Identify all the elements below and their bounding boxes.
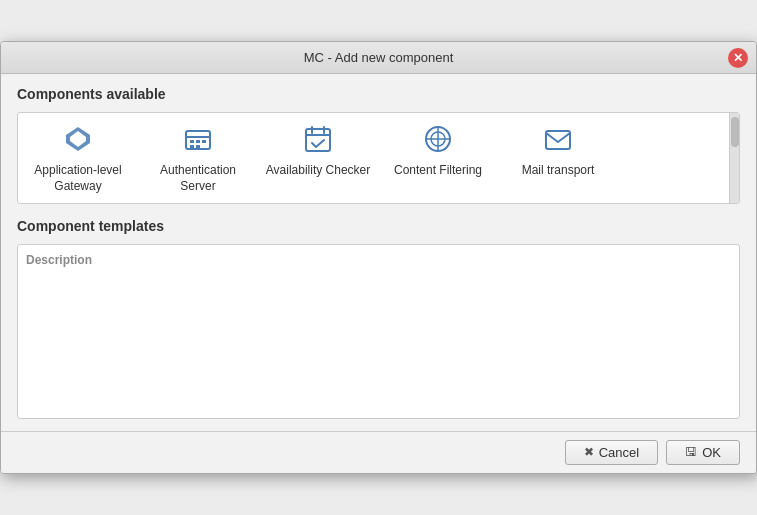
templates-section-title: Component templates — [17, 218, 740, 234]
cancel-label: Cancel — [599, 445, 639, 460]
gateway-label: Application-level Gateway — [24, 163, 132, 194]
components-scrollbar[interactable] — [729, 113, 739, 202]
footer: ✖ Cancel 🖫 OK — [1, 431, 756, 473]
auth-icon — [180, 121, 216, 157]
availability-icon — [300, 121, 336, 157]
cancel-icon: ✖ — [584, 445, 594, 459]
svg-rect-7 — [190, 145, 194, 148]
components-section-title: Components available — [17, 86, 740, 102]
dialog-title: MC - Add new component — [304, 50, 454, 65]
titlebar: MC - Add new component ✕ — [1, 42, 756, 74]
content-label: Content Filtering — [394, 163, 482, 179]
component-item-mail[interactable]: Mail transport — [498, 113, 618, 202]
availability-label: Availability Checker — [266, 163, 371, 179]
ok-button[interactable]: 🖫 OK — [666, 440, 740, 465]
gateway-icon — [60, 121, 96, 157]
description-box: Description — [17, 244, 740, 419]
svg-rect-17 — [546, 131, 570, 149]
mail-icon — [540, 121, 576, 157]
description-placeholder: Description — [26, 253, 92, 267]
component-item-auth[interactable]: Authentication Server — [138, 113, 258, 202]
ok-label: OK — [702, 445, 721, 460]
templates-section: Component templates Description — [17, 218, 740, 419]
auth-label: Authentication Server — [144, 163, 252, 194]
content-icon — [420, 121, 456, 157]
mail-label: Mail transport — [522, 163, 595, 179]
close-button[interactable]: ✕ — [728, 48, 748, 68]
component-item-gateway[interactable]: Application-level Gateway — [18, 113, 138, 202]
svg-rect-6 — [202, 140, 206, 143]
svg-rect-5 — [196, 140, 200, 143]
scrollbar-thumb — [731, 117, 739, 147]
add-component-dialog: MC - Add new component ✕ Components avai… — [0, 41, 757, 473]
component-item-availability[interactable]: Availability Checker — [258, 113, 378, 202]
svg-rect-9 — [306, 129, 330, 151]
ok-icon: 🖫 — [685, 445, 697, 459]
components-list: Application-level Gateway — [18, 113, 729, 202]
component-item-content[interactable]: Content Filtering — [378, 113, 498, 202]
svg-rect-8 — [196, 145, 200, 148]
svg-rect-4 — [190, 140, 194, 143]
dialog-content: Components available Application-level G… — [1, 74, 756, 430]
cancel-button[interactable]: ✖ Cancel — [565, 440, 658, 465]
